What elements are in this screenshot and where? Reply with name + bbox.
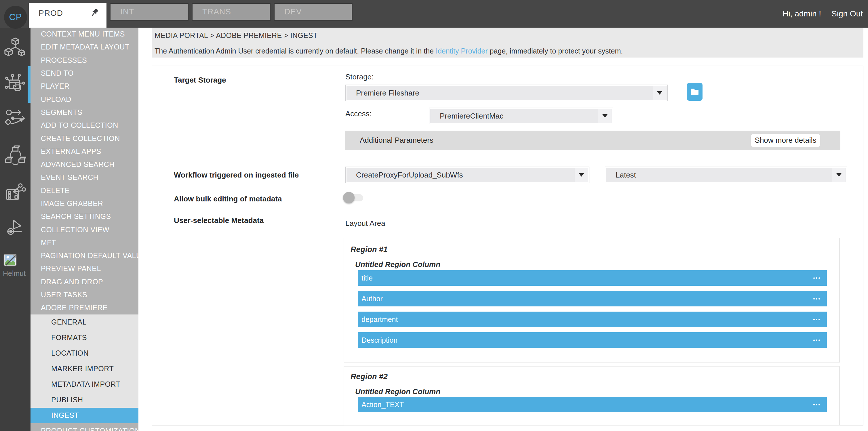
- icon-rail: Helmut: [0, 28, 31, 431]
- tab-trans[interactable]: TRANS: [192, 3, 271, 21]
- workflow-dropdown[interactable]: CreateProxyForUpload_SubWfs: [345, 166, 589, 183]
- chip-options-icon[interactable]: [813, 404, 820, 405]
- sidebar-item[interactable]: SEND TO: [31, 67, 138, 80]
- sidebar-item[interactable]: PROCESSES: [31, 54, 138, 67]
- region-column-name: Untitled Region Column: [355, 387, 440, 396]
- chip-options-icon[interactable]: [813, 298, 820, 300]
- sidebar-item[interactable]: PLAYER: [31, 80, 138, 93]
- sidebar-item[interactable]: ADD TO COLLECTION: [31, 119, 138, 132]
- access-dropdown-value: PremiereClientMac: [440, 112, 503, 121]
- workflow-dropdown-value: CreateProxyForUpload_SubWfs: [356, 171, 463, 180]
- sidebar-item[interactable]: EVENT SEARCH: [31, 171, 138, 184]
- sidebar-item[interactable]: DELETE: [31, 184, 138, 197]
- main-content: MEDIA PORTAL > ADOBE PREMIERE > INGEST T…: [138, 28, 868, 431]
- sidebar-subitem[interactable]: MARKER IMPORT: [31, 361, 138, 377]
- metadata-field-chip[interactable]: department: [358, 312, 827, 327]
- region-2: Region #2 Untitled Region Column Action_…: [344, 366, 840, 426]
- clip-editor-icon[interactable]: [4, 181, 27, 204]
- sidebar-subitem[interactable]: LOCATION: [31, 345, 138, 361]
- sidebar-item[interactable]: PAGINATION DEFAULT VALUE: [31, 249, 138, 262]
- metadata-field-label: Description: [362, 336, 398, 344]
- workflow-routing-icon[interactable]: [4, 107, 27, 130]
- app-root: CP PROD INT TRANS: [0, 0, 868, 431]
- credential-warning: The Authentication Admin User credential…: [155, 47, 863, 55]
- region-1-fields: title Author department: [358, 270, 827, 348]
- broken-image-alt-text: Helmut: [3, 269, 31, 278]
- notice-block: MEDIA PORTAL > ADOBE PREMIERE > INGEST T…: [152, 28, 863, 58]
- broken-image-icon: [3, 254, 19, 267]
- sidebar-item[interactable]: SEARCH SETTINGS: [31, 210, 138, 223]
- sidebar-item[interactable]: COLLECTION VIEW: [31, 223, 138, 236]
- app-interaction-icon[interactable]: [4, 73, 27, 96]
- sidebar-item[interactable]: ADOBE PREMIERE: [31, 301, 138, 314]
- sidebar-item[interactable]: EDIT METADATA LAYOUT: [31, 40, 138, 54]
- tab-prod[interactable]: PROD: [29, 3, 106, 28]
- dropdown-caret: [653, 86, 666, 100]
- region-2-fields: Action_TEXT: [358, 397, 827, 412]
- sidebar-subitem[interactable]: FORMATS: [31, 330, 138, 345]
- metadata-field-label: Action_TEXT: [362, 400, 404, 409]
- user-metadata-label: User-selectable Metadata: [174, 216, 264, 225]
- toggle-knob: [343, 192, 354, 204]
- sidebar-item[interactable]: DRAG AND DROP: [31, 275, 138, 288]
- bulk-edit-label: Allow bulk editing of metadata: [174, 194, 282, 204]
- chip-options-icon[interactable]: [813, 277, 820, 279]
- greeting-text: Hi, admin !: [782, 9, 821, 19]
- access-dropdown[interactable]: PremiereClientMac: [429, 107, 613, 124]
- sidebar-item[interactable]: EXTERNAL APPS: [31, 145, 138, 158]
- layout-area-label: Layout Area: [345, 219, 385, 228]
- sidebar-tail: PRODUCT CUSTOMIZATION: [31, 423, 138, 431]
- sidebar-subitem[interactable]: METADATA IMPORT: [31, 377, 138, 392]
- storage-label: Storage:: [345, 72, 374, 82]
- folder-icon: [690, 88, 699, 95]
- tab-int-label: INT: [120, 7, 134, 17]
- metadata-field-chip[interactable]: Description: [358, 332, 827, 348]
- workflow-version-dropdown[interactable]: Latest: [605, 166, 847, 183]
- show-more-details-button[interactable]: Show more details: [751, 134, 820, 147]
- additional-parameters-label: Additional Parameters: [360, 136, 433, 145]
- metadata-field-label: Author: [362, 295, 383, 303]
- avatar[interactable]: CP: [4, 6, 27, 29]
- chip-options-icon[interactable]: [813, 339, 820, 341]
- tab-dev-label: DEV: [284, 7, 302, 17]
- broken-image-placeholder: Helmut: [3, 254, 31, 278]
- sidebar-item[interactable]: IMAGE GRABBER: [31, 197, 138, 210]
- sidebar-subitem[interactable]: PUBLISH: [31, 392, 138, 408]
- storage-dropdown[interactable]: Premiere Fileshare: [345, 85, 668, 101]
- metadata-field-chip[interactable]: title: [358, 270, 827, 286]
- tab-int[interactable]: INT: [110, 3, 188, 21]
- region-1: Region #1 Untitled Region Column title A…: [344, 238, 840, 363]
- sidebar-item-product-customization[interactable]: PRODUCT CUSTOMIZATION: [31, 423, 138, 431]
- player-flag-icon[interactable]: [4, 217, 27, 240]
- sidebar-item[interactable]: ADVANCED SEARCH: [31, 158, 138, 171]
- sidebar-item[interactable]: PREVIEW PANEL: [31, 262, 138, 275]
- pin-icon: [90, 8, 100, 20]
- access-label: Access:: [345, 109, 372, 118]
- sidebar-menu: CONTEXT MENU ITEMS EDIT METADATA LAYOUT …: [31, 28, 138, 314]
- identity-provider-link[interactable]: Identity Provider: [436, 47, 488, 55]
- box-cycle-icon[interactable]: [4, 144, 27, 167]
- sidebar-subitem[interactable]: INGEST: [31, 408, 138, 423]
- chip-options-icon[interactable]: [813, 319, 820, 320]
- sidebar-item[interactable]: CONTEXT MENU ITEMS: [31, 28, 138, 40]
- environment-tabs: PROD INT TRANS DEV: [29, 3, 352, 28]
- sidebar-item[interactable]: MFT: [31, 236, 138, 249]
- region-name: Region #2: [350, 372, 388, 381]
- sign-out-link[interactable]: Sign Out: [832, 9, 863, 19]
- metadata-field-chip[interactable]: Author: [358, 291, 827, 306]
- bulk-edit-toggle[interactable]: [343, 192, 364, 204]
- sidebar-item[interactable]: SEGMENTS: [31, 106, 138, 119]
- sidebar-item[interactable]: USER TASKS: [31, 288, 138, 301]
- sidebar-item[interactable]: UPLOAD: [31, 93, 138, 105]
- workflow-label: Workflow triggered on ingested file: [174, 171, 299, 180]
- browse-folder-button[interactable]: [687, 83, 703, 101]
- sidebar-item[interactable]: CREATE COLLECTION: [31, 132, 138, 145]
- dropdown-caret: [598, 109, 612, 123]
- breadcrumb: MEDIA PORTAL > ADOBE PREMIERE > INGEST: [155, 31, 863, 40]
- cubes-icon[interactable]: [4, 36, 27, 59]
- tab-trans-label: TRANS: [202, 7, 231, 17]
- warning-text-before: The Authentication Admin User credential…: [155, 47, 436, 55]
- metadata-field-chip[interactable]: Action_TEXT: [358, 397, 827, 412]
- tab-dev[interactable]: DEV: [274, 3, 352, 21]
- sidebar-subitem[interactable]: GENERAL: [31, 314, 138, 330]
